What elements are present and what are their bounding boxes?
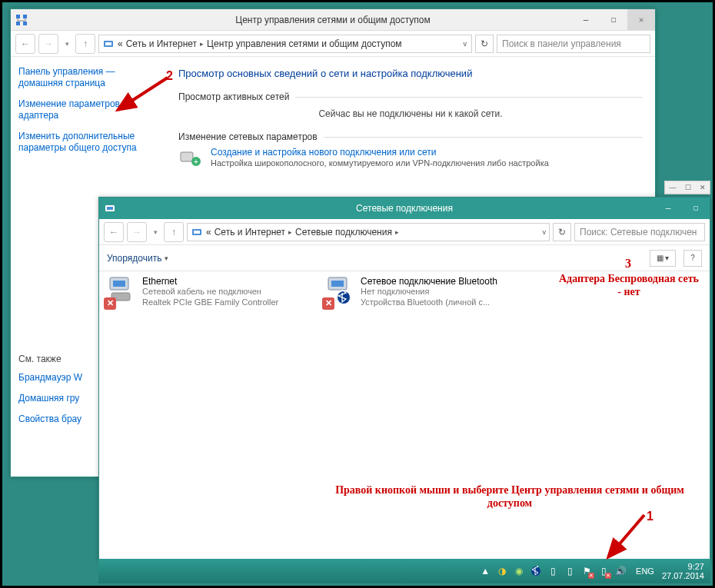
advanced-sharing-link[interactable]: Изменить дополнительные параметры общего… <box>18 131 157 154</box>
address-bar-row: ← → ▾ ↑ « Сеть и Интернет ▸ Центр управл… <box>11 31 655 57</box>
new-connection-link[interactable]: Создание и настройка нового подключения … <box>211 147 437 158</box>
taskbar[interactable]: ▲ ◑ ◉ ▯ ▯ ⚑✕ ▯✕ 🔊 ENG 9:27 27.07.2014 <box>98 559 710 583</box>
clock[interactable]: 9:27 27.07.2014 <box>662 562 704 580</box>
svg-rect-5 <box>105 42 111 45</box>
titlebar[interactable]: Сетевые подключения — ☐ <box>99 198 710 219</box>
tray-volume-icon[interactable]: 🔊 <box>614 565 627 577</box>
svg-text:+: + <box>194 158 198 166</box>
control-panel-home-link[interactable]: Панель управления — домашняя страница <box>18 66 157 89</box>
forward-button[interactable]: → <box>38 34 58 54</box>
app-icon <box>15 14 28 26</box>
chevron-right-icon: ▸ <box>200 40 204 48</box>
clock-time: 9:27 <box>662 562 704 571</box>
active-networks-label: Просмотр активных сетей <box>178 91 289 102</box>
change-adapter-settings-link[interactable]: Изменение параметров адаптера <box>18 98 157 121</box>
breadcrumb-part1[interactable]: Сеть и Интернет <box>126 38 197 49</box>
tray-battery-icon[interactable]: ▯ <box>564 565 576 577</box>
maximize-button[interactable]: ☐ <box>682 198 710 218</box>
breadcrumb-part1[interactable]: Сеть и Интернет <box>214 227 285 238</box>
refresh-button[interactable]: ↻ <box>475 35 494 53</box>
close-button[interactable]: ✕ <box>627 9 655 30</box>
adapter-list[interactable]: ✕ Ethernet Сетевой кабель не подключен R… <box>99 271 710 561</box>
tray-action-center-icon[interactable]: ⚑✕ <box>580 565 593 577</box>
breadcrumb[interactable]: « Сеть и Интернет ▸ Сетевые подключения … <box>187 223 550 241</box>
app-icon <box>104 202 116 214</box>
page-heading: Просмотр основных сведений о сети и наст… <box>178 68 643 79</box>
breadcrumb[interactable]: « Сеть и Интернет ▸ Центр управления сет… <box>98 35 472 53</box>
back-button[interactable]: ← <box>104 222 124 242</box>
no-network-text: Сейчас вы не подключены ни к какой сети. <box>178 108 643 119</box>
adapter-ethernet[interactable]: ✕ Ethernet Сетевой кабель не подключен R… <box>105 276 313 308</box>
adapter-device: Устройства Bluetooth (личной с... <box>361 297 497 308</box>
lang-indicator[interactable]: ENG <box>636 566 654 576</box>
organize-label: Упорядочить <box>107 253 161 264</box>
minimize-button[interactable]: — <box>572 9 600 30</box>
bluetooth-icon: ✕ <box>324 276 354 308</box>
adapter-name: Сетевое подключение Bluetooth <box>361 276 497 287</box>
help-button[interactable]: ? <box>683 250 702 267</box>
tray-overflow-icon[interactable]: ▲ <box>479 565 491 577</box>
tray-eject-icon[interactable]: ▯ <box>547 565 559 577</box>
control-panel-icon <box>191 226 203 238</box>
history-dropdown[interactable]: ▾ <box>150 228 161 236</box>
breadcrumb-dropdown-icon[interactable]: v <box>543 228 547 236</box>
search-placeholder: Поиск: Сетевые подключен <box>580 227 697 238</box>
breadcrumb-prefix: « <box>206 227 211 238</box>
tray-bluetooth-icon[interactable] <box>530 565 542 577</box>
adapter-name: Ethernet <box>142 276 278 287</box>
svg-rect-10 <box>107 207 113 210</box>
divider <box>324 137 643 138</box>
up-button[interactable]: ↑ <box>75 34 95 54</box>
minimize-button[interactable]: — <box>654 198 682 218</box>
close-button[interactable]: ✕ <box>700 184 706 191</box>
window-title: Центр управления сетями и общим доступом <box>11 15 655 25</box>
forward-button[interactable]: → <box>127 222 147 242</box>
search-input[interactable]: Поиск в панели управления <box>497 35 650 53</box>
breadcrumb-dropdown-icon[interactable]: v <box>464 40 467 48</box>
maximize-button[interactable]: ☐ <box>600 9 627 30</box>
error-badge-icon: ✕ <box>322 297 334 310</box>
search-placeholder: Поиск в панели управления <box>502 38 621 49</box>
up-button[interactable]: ↑ <box>164 222 184 242</box>
clock-date: 27.07.2014 <box>662 571 704 580</box>
minimize-button[interactable]: — <box>670 184 677 191</box>
breadcrumb-prefix: « <box>118 38 123 49</box>
svg-rect-17 <box>331 281 344 287</box>
svg-rect-2 <box>16 22 20 25</box>
search-input[interactable]: Поиск: Сетевые подключен <box>574 223 705 241</box>
network-connections-window: Сетевые подключения — ☐ ← → ▾ ↑ « Сеть и… <box>98 197 710 562</box>
chevron-right-icon: ▸ <box>395 228 399 236</box>
breadcrumb-part2[interactable]: Центр управления сетями и общим доступом <box>207 38 402 49</box>
new-connection-icon: + <box>178 147 203 168</box>
back-button[interactable]: ← <box>15 34 35 54</box>
adapter-device: Realtek PCIe GBE Family Controller <box>142 297 278 308</box>
tray-app-icon[interactable]: ◉ <box>513 565 525 577</box>
titlebar[interactable]: Центр управления сетями и общим доступом… <box>11 9 655 31</box>
svg-rect-12 <box>194 231 200 234</box>
organize-menu[interactable]: Упорядочить ▾ <box>107 253 168 264</box>
system-tray[interactable]: ▲ ◑ ◉ ▯ ▯ ⚑✕ ▯✕ 🔊 ENG <box>479 565 654 577</box>
new-connection-desc: Настройка широкополосного, коммутируемог… <box>211 158 549 168</box>
window-title: Сетевые подключения <box>99 203 710 214</box>
history-dropdown[interactable]: ▾ <box>62 40 72 48</box>
svg-rect-6 <box>181 152 193 161</box>
svg-rect-3 <box>23 22 27 25</box>
view-layout-button[interactable]: ▦ ▾ <box>650 250 676 267</box>
adapter-bluetooth[interactable]: ✕ Сетевое подключение Bluetooth Нет подк… <box>324 276 531 308</box>
chevron-right-icon: ▸ <box>288 228 292 236</box>
breadcrumb-part2[interactable]: Сетевые подключения <box>295 227 392 238</box>
adapter-status: Нет подключения <box>361 287 497 297</box>
change-params-label: Изменение сетевых параметров <box>178 131 318 142</box>
tray-security-icon[interactable]: ◑ <box>496 565 508 577</box>
ethernet-icon: ✕ <box>105 276 136 308</box>
toolbar: Упорядочить ▾ ▦ ▾ ? <box>99 245 710 271</box>
svg-rect-1 <box>23 15 27 18</box>
address-bar-row: ← → ▾ ↑ « Сеть и Интернет ▸ Сетевые подк… <box>99 219 710 245</box>
maximize-button[interactable]: ☐ <box>685 184 691 191</box>
background-window-controls[interactable]: —☐✕ <box>664 181 710 194</box>
tray-network-icon[interactable]: ▯✕ <box>597 565 610 577</box>
svg-rect-14 <box>113 281 125 287</box>
adapter-status: Сетевой кабель не подключен <box>142 287 278 297</box>
svg-rect-0 <box>16 15 20 18</box>
refresh-button[interactable]: ↻ <box>553 223 571 241</box>
